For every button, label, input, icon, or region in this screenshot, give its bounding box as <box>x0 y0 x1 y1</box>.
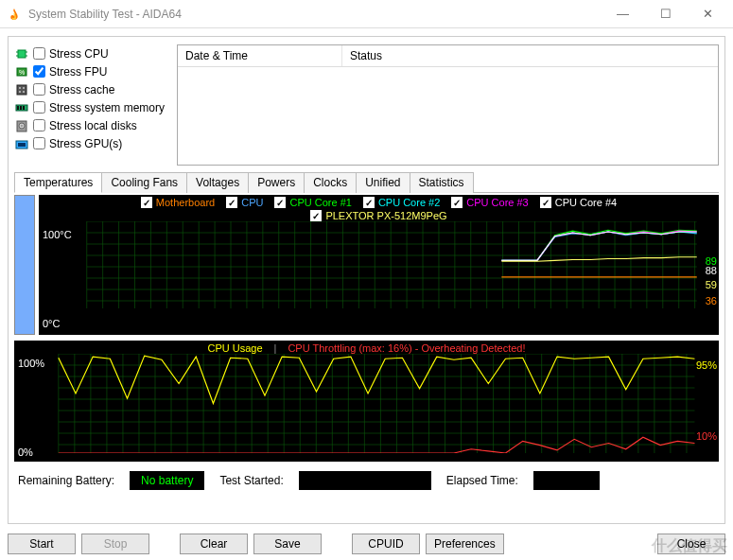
stress-fpu-checkbox[interactable] <box>33 65 45 78</box>
cache-icon <box>14 83 29 96</box>
save-button[interactable]: Save <box>253 534 322 554</box>
legend-cpu-throttling: CPU Throttling (max: 16%) - Overheating … <box>288 342 525 354</box>
preferences-button[interactable]: Preferences <box>426 534 504 554</box>
stress-checklist: Stress CPU % Stress FPU Stress cache Str… <box>14 44 167 166</box>
event-log-table[interactable]: Date & Time Status <box>177 44 719 166</box>
legend-item[interactable]: ✓CPU Core #3 <box>451 197 528 208</box>
temp-axis-bottom: 0°C <box>43 318 60 329</box>
legend-item[interactable]: ✓CPU Core #2 <box>363 197 440 208</box>
tab-powers[interactable]: Powers <box>248 172 305 193</box>
legend-item[interactable]: ✓Motherboard <box>141 197 215 208</box>
maximize-button[interactable]: ☐ <box>644 0 687 28</box>
temperature-graph: ✓Motherboard✓CPU✓CPU Core #1✓CPU Core #2… <box>39 195 719 335</box>
legend-cpu-usage: CPU Usage <box>207 342 262 354</box>
svg-rect-10 <box>19 91 21 93</box>
tab-clocks[interactable]: Clocks <box>304 172 357 193</box>
status-row: Remaining Battery: No battery Test Start… <box>14 469 719 492</box>
svg-text:%: % <box>19 69 25 76</box>
legend-item[interactable]: ✓PLEXTOR PX-512M9PeG <box>310 210 446 221</box>
temp-readout: 88 <box>706 265 717 276</box>
gpu-icon <box>14 137 29 150</box>
disk-icon <box>14 119 29 132</box>
remaining-battery-value: No battery <box>141 474 193 487</box>
stress-disks-checkbox[interactable] <box>33 119 45 131</box>
usage-readout: 10% <box>696 430 717 442</box>
svg-rect-8 <box>19 87 21 89</box>
stop-button[interactable]: Stop <box>81 534 149 554</box>
temp-readout: 36 <box>706 295 717 306</box>
temperature-plot <box>39 221 719 308</box>
content-frame: Stress CPU % Stress FPU Stress cache Str… <box>8 36 725 524</box>
legend-item[interactable]: ✓CPU Core #4 <box>540 197 617 208</box>
close-window-button[interactable]: ✕ <box>687 0 729 28</box>
stress-cpu-label: Stress CPU <box>49 47 109 61</box>
log-header-datetime[interactable]: Date & Time <box>178 45 342 66</box>
stress-gpu-checkbox[interactable] <box>33 137 45 149</box>
tab-cooling-fans[interactable]: Cooling Fans <box>101 172 187 193</box>
cpu-usage-graph: CPU Usage | CPU Throttling (max: 16%) - … <box>14 341 719 462</box>
remaining-battery-label: Remaining Battery: <box>18 474 114 487</box>
memory-icon <box>14 101 29 114</box>
tab-temperatures[interactable]: Temperatures <box>14 172 102 193</box>
start-button[interactable]: Start <box>8 534 76 554</box>
minimize-button[interactable]: — <box>602 0 644 28</box>
stress-disks-label: Stress local disks <box>49 119 137 132</box>
log-header-status[interactable]: Status <box>342 45 718 66</box>
stress-memory-label: Stress system memory <box>49 101 165 114</box>
stress-cache-checkbox[interactable] <box>33 83 45 96</box>
stress-cache-label: Stress cache <box>49 83 114 96</box>
svg-rect-11 <box>23 91 25 93</box>
legend-item[interactable]: ✓CPU Core #1 <box>274 197 351 208</box>
tab-unified[interactable]: Unified <box>356 172 410 193</box>
svg-rect-7 <box>17 85 26 95</box>
elapsed-time-label: Elapsed Time: <box>446 474 518 487</box>
legend-item[interactable]: ✓CPU <box>226 197 263 208</box>
close-button[interactable]: Close <box>657 534 725 554</box>
svg-rect-14 <box>20 106 22 110</box>
clear-button[interactable]: Clear <box>180 534 248 554</box>
temp-axis-top: 100°C <box>43 229 72 240</box>
stress-gpu-label: Stress GPU(s) <box>49 137 122 150</box>
temp-readout: 59 <box>706 279 717 290</box>
stress-fpu-label: Stress FPU <box>49 65 107 79</box>
svg-rect-15 <box>23 106 25 110</box>
usage-axis-bottom: 0% <box>18 446 33 458</box>
sensor-select-strip[interactable] <box>14 195 35 335</box>
cpu-icon <box>14 47 29 61</box>
svg-rect-0 <box>18 50 26 58</box>
stress-cpu-checkbox[interactable] <box>33 47 45 60</box>
svg-point-18 <box>21 125 23 127</box>
svg-rect-9 <box>23 87 25 89</box>
svg-rect-20 <box>18 143 26 147</box>
title-bar: System Stability Test - AIDA64 — ☐ ✕ <box>0 0 733 28</box>
fpu-icon: % <box>14 65 29 79</box>
usage-axis-top: 100% <box>18 358 44 369</box>
app-icon <box>8 8 21 21</box>
test-started-label: Test Started: <box>219 474 283 487</box>
tab-voltages[interactable]: Voltages <box>186 172 249 193</box>
tab-statistics[interactable]: Statistics <box>410 172 474 193</box>
graph-tabs: Temperatures Cooling Fans Voltages Power… <box>14 171 719 193</box>
svg-rect-13 <box>17 106 19 110</box>
button-bar: Start Stop Clear Save CPUID Preferences … <box>8 534 725 554</box>
usage-readout: 95% <box>696 359 717 371</box>
cpu-usage-plot <box>14 354 719 453</box>
cpuid-button[interactable]: CPUID <box>352 534 420 554</box>
stress-memory-checkbox[interactable] <box>33 101 45 114</box>
window-title: System Stability Test - AIDA64 <box>28 8 182 21</box>
